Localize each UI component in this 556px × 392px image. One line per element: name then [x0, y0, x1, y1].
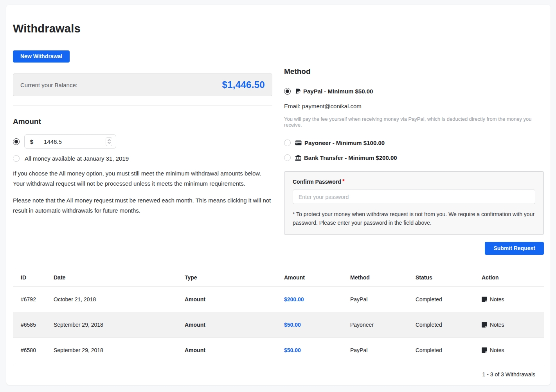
row-status: Completed [416, 296, 482, 303]
chevron-down-icon [108, 142, 111, 144]
page-title: Withdrawals [13, 22, 544, 35]
form-columns: Current your Balance: $1,446.50 Amount $ [13, 67, 544, 255]
col-header-id: ID [21, 274, 54, 281]
paypal-fee-note: You will pay the fee yourself when recei… [284, 116, 544, 128]
submit-request-button[interactable]: Submit Request [485, 242, 544, 255]
notes-link[interactable]: Notes [482, 296, 536, 303]
confirm-password-input[interactable] [293, 190, 535, 204]
row-type: Amount [185, 296, 284, 303]
note-icon [482, 297, 487, 302]
row-type: Amount [185, 322, 284, 328]
col-header-action: Action [482, 274, 536, 281]
table-row: #6580 September 29, 2018 Amount $50.00 P… [13, 338, 544, 363]
row-amount: $50.00 [284, 322, 350, 328]
all-money-radio[interactable] [13, 155, 20, 162]
bank-transfer-option-label: Bank Transfer - Minimum $200.00 [304, 154, 397, 161]
row-date: September 29, 2018 [54, 347, 185, 353]
row-id: #6792 [21, 296, 54, 303]
password-panel-note: * To protect your money when withdraw re… [293, 210, 535, 227]
withdrawals-card: Withdrawals New Withdrawal Current your … [6, 5, 551, 385]
method-option-payoneer[interactable]: Payoneer - Minimum $100.00 [284, 140, 544, 146]
paypal-icon [295, 88, 300, 95]
note-icon [482, 347, 487, 353]
notes-link[interactable]: Notes [482, 322, 536, 328]
row-date: September 29, 2018 [54, 322, 185, 328]
credit-card-icon [295, 140, 302, 145]
method-option-paypal[interactable]: PayPal - Minimum $50.00 [284, 88, 544, 95]
amount-radio[interactable] [13, 138, 20, 145]
notes-label: Notes [490, 322, 504, 328]
balance-box: Current your Balance: $1,446.50 [13, 73, 272, 96]
new-withdrawal-button[interactable]: New Withdrawal [13, 50, 70, 63]
paypal-email-line: Email: payment@conikal.com [284, 103, 544, 109]
method-option-bank-transfer[interactable]: Bank Transfer - Minimum $200.00 [284, 154, 544, 161]
amount-input-group: $ [24, 134, 116, 149]
paypal-radio[interactable] [284, 88, 291, 95]
table-row: #6585 September 29, 2018 Amount $50.00 P… [13, 312, 544, 338]
submit-row: Submit Request [284, 242, 544, 255]
col-header-method: Method [350, 274, 416, 281]
notes-link[interactable]: Notes [482, 347, 536, 353]
table-header-row: ID Date Type Amount Method Status Action [13, 266, 544, 287]
col-header-type: Type [185, 274, 284, 281]
table-row: #6792 October 21, 2018 Amount $200.00 Pa… [13, 287, 544, 312]
payoneer-radio[interactable] [284, 140, 291, 146]
amount-column: Current your Balance: $1,446.50 Amount $ [13, 67, 272, 216]
all-money-note-2: Please note that the All money request m… [13, 195, 272, 216]
balance-label: Current your Balance: [20, 82, 77, 88]
paypal-option-label: PayPal - Minimum $50.00 [303, 88, 373, 95]
table-pagination-summary: 1 - 3 of 3 Withdrawals [13, 363, 544, 378]
required-asterisk: * [342, 178, 345, 185]
notes-label: Notes [490, 347, 504, 353]
bank-transfer-radio[interactable] [284, 154, 291, 161]
amount-input[interactable] [39, 138, 106, 145]
balance-value: $1,446.50 [222, 79, 265, 90]
all-money-option-row: All money available at January 31, 2019 [13, 155, 272, 162]
row-status: Completed [416, 347, 482, 353]
note-icon [482, 322, 487, 328]
number-stepper[interactable] [106, 137, 112, 146]
row-id: #6585 [21, 322, 54, 328]
method-heading: Method [284, 67, 544, 76]
row-id: #6580 [21, 347, 54, 353]
col-header-status: Status [416, 274, 482, 281]
confirm-password-label: Confirm Password [293, 179, 341, 185]
all-money-note-1: If you choose the All money option, you … [13, 168, 272, 189]
currency-prefix: $ [25, 135, 39, 148]
row-amount: $200.00 [284, 296, 350, 303]
all-money-label: All money available at January 31, 2019 [25, 155, 129, 162]
balance-divider [13, 105, 272, 106]
notes-label: Notes [490, 296, 504, 303]
amount-heading: Amount [13, 117, 272, 126]
row-method: PayPal [350, 347, 416, 353]
row-status: Completed [416, 322, 482, 328]
method-column: Method PayPal - Minimum $50.00 Email: pa… [284, 67, 544, 255]
payoneer-option-label: Payoneer - Minimum $100.00 [304, 140, 385, 146]
row-method: PayPal [350, 296, 416, 303]
col-header-date: Date [54, 274, 185, 281]
chevron-up-icon [108, 139, 111, 141]
row-type: Amount [185, 347, 284, 353]
row-method: Payoneer [350, 322, 416, 328]
row-amount: $50.00 [284, 347, 350, 353]
row-date: October 21, 2018 [54, 296, 185, 303]
confirm-password-panel: Confirm Password* * To protect your mone… [284, 171, 544, 235]
bank-icon [295, 155, 301, 161]
col-header-amount: Amount [284, 274, 350, 281]
amount-option-row: $ [13, 134, 272, 149]
withdrawals-table: ID Date Type Amount Method Status Action… [13, 266, 544, 378]
